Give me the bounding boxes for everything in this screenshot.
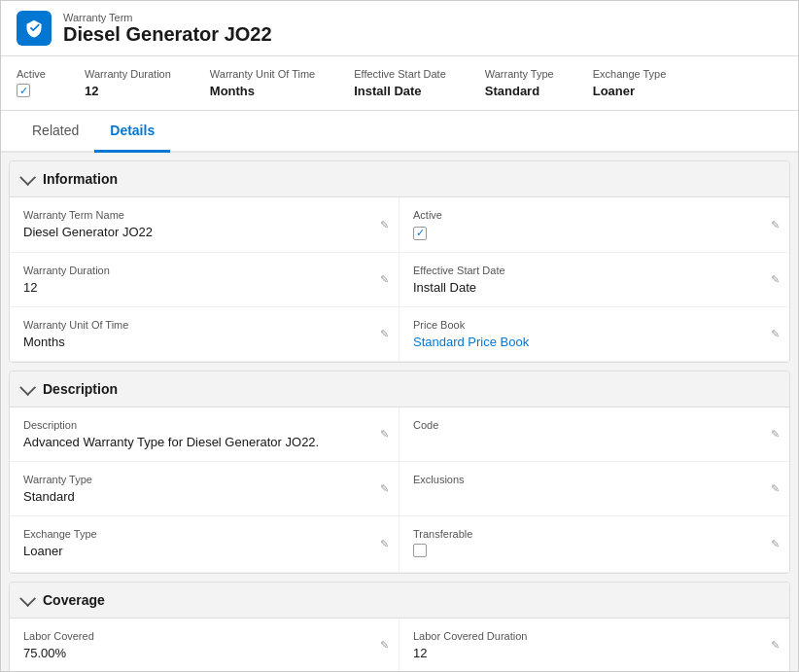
description-fields-grid: Description Advanced Warranty Type for D…: [10, 407, 789, 573]
price-book-value[interactable]: Standard Price Book: [413, 335, 776, 349]
coverage-section: Coverage Labor Covered 75.00% ✎ Labor Co…: [9, 582, 790, 673]
code-edit-icon[interactable]: ✎: [771, 428, 780, 441]
description-section-header[interactable]: Description: [10, 371, 789, 407]
description-section-title: Description: [43, 381, 118, 397]
effective-start-date-value: Install Date: [413, 280, 776, 295]
price-book-label: Price Book: [413, 319, 776, 331]
summary-active-checkbox: [17, 84, 30, 97]
warranty-type-label: Warranty Type: [23, 474, 385, 485]
warranty-term-name-field: Warranty Term Name Diesel Generator JO22…: [10, 197, 400, 253]
main-content: Information Warranty Term Name Diesel Ge…: [1, 153, 798, 672]
header-text: Warranty Term Diesel Generator JO22: [63, 12, 272, 46]
exchange-type-label: Exchange Type: [23, 528, 385, 540]
warranty-unit-field: Warranty Unit Of Time Months ✎: [10, 307, 400, 362]
summary-warranty-unit: Warranty Unit Of Time Months: [210, 68, 315, 98]
summary-warranty-unit-label: Warranty Unit Of Time: [210, 68, 315, 80]
description-section: Description Description Advanced Warrant…: [9, 371, 790, 574]
labor-covered-duration-label: Labor Covered Duration: [413, 630, 776, 642]
summary-bar: Active Warranty Duration 12 Warranty Uni…: [1, 56, 798, 111]
summary-warranty-duration: Warranty Duration 12: [85, 68, 171, 98]
exchange-type-edit-icon[interactable]: ✎: [380, 538, 389, 550]
coverage-section-header[interactable]: Coverage: [10, 583, 789, 619]
warranty-duration-field: Warranty Duration 12 ✎: [10, 253, 400, 307]
header-subtitle: Warranty Term: [63, 12, 272, 23]
summary-effective-start-value: Install Date: [354, 84, 446, 98]
exchange-type-value: Loaner: [23, 544, 385, 558]
labor-covered-duration-value: 12: [413, 646, 776, 660]
code-label: Code: [413, 419, 776, 431]
summary-warranty-unit-value: Months: [210, 84, 315, 98]
summary-warranty-duration-value: 12: [85, 84, 171, 98]
information-chevron-icon: [19, 169, 36, 186]
transferable-edit-icon[interactable]: ✎: [771, 538, 780, 550]
active-field: Active ✎: [400, 197, 789, 253]
summary-warranty-type: Warranty Type Standard: [485, 68, 554, 98]
warranty-duration-edit-icon[interactable]: ✎: [380, 273, 389, 286]
effective-start-date-field: Effective Start Date Install Date ✎: [400, 253, 789, 307]
labor-covered-field: Labor Covered 75.00% ✎: [10, 619, 400, 673]
warranty-unit-label: Warranty Unit Of Time: [23, 319, 385, 331]
summary-effective-start: Effective Start Date Install Date: [354, 68, 446, 98]
effective-start-date-label: Effective Start Date: [413, 265, 776, 276]
summary-active: Active: [17, 68, 46, 97]
labor-covered-duration-edit-icon[interactable]: ✎: [771, 639, 780, 652]
description-field: Description Advanced Warranty Type for D…: [10, 407, 400, 462]
price-book-field: Price Book Standard Price Book ✎: [400, 307, 789, 362]
coverage-fields-grid: Labor Covered 75.00% ✎ Labor Covered Dur…: [10, 619, 789, 673]
exclusions-edit-icon[interactable]: ✎: [771, 482, 780, 495]
app-header: Warranty Term Diesel Generator JO22: [1, 1, 798, 56]
warranty-term-name-edit-icon[interactable]: ✎: [380, 218, 389, 230]
summary-exchange-type-value: Loaner: [593, 84, 667, 98]
information-section-header[interactable]: Information: [10, 161, 789, 197]
information-section: Information Warranty Term Name Diesel Ge…: [9, 160, 790, 363]
price-book-edit-icon[interactable]: ✎: [771, 328, 780, 340]
coverage-section-title: Coverage: [43, 592, 105, 608]
warranty-unit-value: Months: [23, 335, 385, 349]
information-section-title: Information: [43, 171, 118, 187]
information-fields-grid: Warranty Term Name Diesel Generator JO22…: [10, 197, 789, 362]
summary-effective-start-label: Effective Start Date: [354, 68, 446, 80]
warranty-unit-edit-icon[interactable]: ✎: [380, 328, 389, 340]
summary-active-label: Active: [17, 68, 46, 80]
summary-exchange-type: Exchange Type Loaner: [593, 68, 667, 98]
warranty-term-name-value: Diesel Generator JO22: [23, 225, 385, 239]
warranty-type-field: Warranty Type Standard ✎: [10, 462, 400, 516]
warranty-icon: [24, 18, 44, 38]
description-chevron-icon: [19, 379, 36, 396]
labor-covered-edit-icon[interactable]: ✎: [380, 639, 389, 652]
summary-warranty-type-value: Standard: [485, 84, 554, 98]
tab-details[interactable]: Details: [94, 111, 170, 153]
description-label: Description: [23, 419, 385, 431]
transferable-label: Transferable: [413, 528, 776, 540]
app-icon: [17, 11, 52, 46]
coverage-chevron-icon: [19, 590, 36, 607]
warranty-type-value: Standard: [23, 489, 385, 504]
effective-start-date-edit-icon[interactable]: ✎: [771, 273, 780, 286]
tabs-bar: Related Details: [1, 111, 798, 153]
transferable-field: Transferable ✎: [400, 516, 789, 573]
labor-covered-duration-field: Labor Covered Duration 12 ✎: [400, 619, 789, 673]
code-field: Code ✎: [400, 407, 789, 462]
active-checkbox[interactable]: [413, 227, 427, 240]
labor-covered-value: 75.00%: [23, 646, 385, 660]
description-edit-icon[interactable]: ✎: [380, 428, 389, 441]
exclusions-label: Exclusions: [413, 474, 776, 485]
transferable-checkbox[interactable]: [413, 544, 427, 557]
warranty-duration-value: 12: [23, 280, 385, 295]
summary-warranty-duration-label: Warranty Duration: [85, 68, 171, 80]
tab-related[interactable]: Related: [17, 111, 94, 153]
summary-warranty-type-label: Warranty Type: [485, 68, 554, 80]
warranty-type-edit-icon[interactable]: ✎: [380, 482, 389, 495]
warranty-duration-label: Warranty Duration: [23, 265, 385, 276]
description-value: Advanced Warranty Type for Diesel Genera…: [23, 435, 385, 449]
header-title: Diesel Generator JO22: [63, 23, 272, 46]
warranty-term-name-label: Warranty Term Name: [23, 209, 385, 221]
exchange-type-field: Exchange Type Loaner ✎: [10, 516, 400, 573]
exclusions-field: Exclusions ✎: [400, 462, 789, 516]
summary-exchange-type-label: Exchange Type: [593, 68, 667, 80]
active-label: Active: [413, 209, 776, 221]
active-edit-icon[interactable]: ✎: [771, 218, 780, 230]
labor-covered-label: Labor Covered: [23, 630, 385, 642]
